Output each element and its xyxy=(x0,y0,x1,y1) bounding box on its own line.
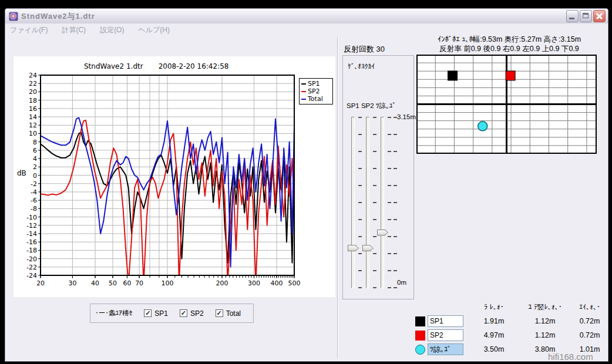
svg-text:50: 50 xyxy=(109,279,117,287)
chart-title: StndWave2 1.dtr 2008-2-20 16:42:58 xyxy=(84,62,228,70)
slider-thumb-mic-height[interactable] xyxy=(377,230,388,236)
svg-text:70: 70 xyxy=(135,279,143,287)
legend-label: Total xyxy=(308,95,323,103)
svg-text:-16: -16 xyxy=(26,238,37,246)
chart-panel: 2030405060701002003004005002422201816141… xyxy=(14,56,335,297)
checkbox-label: Total xyxy=(226,309,241,318)
table-value-r0-c0: 1.91m xyxy=(468,317,520,325)
svg-text:22: 22 xyxy=(29,80,37,87)
svg-text:10: 10 xyxy=(29,130,37,137)
checkbox-item-sp1[interactable]: ✓SP1 xyxy=(144,309,168,318)
height-slider-panel: ｹﾞ､ｵﾖｸｶｲ SP1 SP2 ﾂ諒｡ﾕﾟ 3.15m 0m xyxy=(342,55,414,299)
table-value-r1-c1: 1.12m xyxy=(520,331,570,339)
legend-item-sp1: SP1 xyxy=(301,80,331,87)
menu-item-0[interactable]: ファイル(F) xyxy=(10,25,48,35)
slider-thumb-sp2-height[interactable] xyxy=(362,245,374,251)
table-value-r2-c0: 3.50m xyxy=(468,345,520,353)
series-toggle-strip: ･ー･螽ﾕｱ椦ｾ ✓SP1✓SP2✓Total xyxy=(90,304,254,323)
slider-ticks-sp1-height xyxy=(358,117,362,288)
checkbox-total[interactable]: ✓ xyxy=(216,309,223,317)
source-name-field-1[interactable]: SP2 xyxy=(428,329,463,341)
svg-text:24: 24 xyxy=(29,72,37,79)
room-marker-sp1[interactable] xyxy=(448,71,458,80)
svg-text:8: 8 xyxy=(33,139,37,146)
slider-track-sp2-height[interactable] xyxy=(366,117,369,288)
legend-label: SP1 xyxy=(308,80,320,87)
slider-thumb-sp1-height[interactable] xyxy=(348,245,359,251)
room-marker-mic[interactable] xyxy=(478,122,487,131)
minimize-button[interactable] xyxy=(566,10,579,22)
menu-item-1[interactable]: 計算(C) xyxy=(62,25,86,35)
svg-text:20: 20 xyxy=(29,88,37,96)
position-table: ﾗ ﾚ､ｫ･ﾕ ﾃ竪ﾚ､ｫ､･ｴｲ､ｫ､･SP11.91m1.12m0.72mS… xyxy=(415,300,609,356)
checkbox-label: SP1 xyxy=(154,309,168,318)
menu-item-2[interactable]: 設定(O) xyxy=(100,25,124,35)
slider-ticks-mic-height xyxy=(388,117,391,288)
legend-item-sp2: SP2 xyxy=(301,87,331,95)
svg-text:-14: -14 xyxy=(26,230,37,238)
svg-text:-4: -4 xyxy=(31,188,37,196)
app-window: StndWave2与1.dtr ファイル(F)計算(C)設定(O)ヘルプ(H) … xyxy=(5,8,608,362)
maximize-button[interactable] xyxy=(580,10,592,22)
slider-track-sp1-height[interactable] xyxy=(351,117,355,288)
table-row-source-1: SP2 xyxy=(415,329,468,341)
room-marker-sp2[interactable] xyxy=(506,71,515,80)
checkbox-item-total[interactable]: ✓Total xyxy=(216,309,241,318)
table-value-r0-c1: 1.12m xyxy=(520,317,570,325)
table-row-source-0: SP1 xyxy=(415,315,468,327)
checkbox-item-sp2[interactable]: ✓SP2 xyxy=(180,309,204,318)
slider-max-label: 3.15m xyxy=(397,113,416,120)
slider-track-mic-height[interactable] xyxy=(381,117,384,288)
black-square-icon xyxy=(415,316,425,326)
reflection-count-label: 反射回数 30 xyxy=(344,44,385,55)
titlebar[interactable]: StndWave2与1.dtr xyxy=(5,9,608,23)
chart-axes: 2030405060701002003004005002422201816141… xyxy=(26,72,300,287)
svg-text:4: 4 xyxy=(33,155,37,163)
table-value-r0-c2: 0.72m xyxy=(570,317,609,325)
app-swirl-icon xyxy=(9,12,18,21)
maximize-icon xyxy=(583,13,589,18)
slider-ticks-sp2-height xyxy=(373,117,376,288)
minimize-icon xyxy=(569,18,574,19)
checkbox-sp2[interactable]: ✓ xyxy=(180,309,187,317)
frequency-response-chart: 2030405060701002003004005002422201816141… xyxy=(14,56,335,297)
y-axis-label: dB xyxy=(17,169,26,177)
svg-text:-24: -24 xyxy=(26,272,37,279)
vertical-divider xyxy=(337,37,338,359)
red-square-icon xyxy=(415,331,425,341)
checkbox-sp1[interactable]: ✓ xyxy=(144,309,152,317)
source-name-field-2[interactable]: ﾂ諒｡ﾕﾟ xyxy=(428,343,463,355)
svg-text:30: 30 xyxy=(68,279,76,287)
svg-text:-18: -18 xyxy=(26,247,37,254)
svg-text:20: 20 xyxy=(36,279,45,287)
svg-text:-22: -22 xyxy=(26,264,37,271)
table-header-0: ﾗ ﾚ､ｫ･ xyxy=(468,303,520,311)
svg-text:-2: -2 xyxy=(31,180,37,188)
slider-group-label: ｹﾞ､ｵﾖｸｶｲ xyxy=(348,63,375,70)
table-row-source-2: ﾂ諒｡ﾕﾟ xyxy=(415,343,468,355)
table-header-1: ﾕ ﾃ竪ﾚ､ｫ､･ xyxy=(520,302,570,312)
chart-legend: SP1SP2Total xyxy=(299,78,333,105)
svg-text:16: 16 xyxy=(29,105,37,113)
room-plan-diagram xyxy=(416,55,597,154)
svg-text:6: 6 xyxy=(33,147,37,154)
svg-text:0: 0 xyxy=(33,172,37,180)
svg-text:60: 60 xyxy=(123,279,131,287)
slider-min-label: 0m xyxy=(397,279,406,286)
svg-text:500: 500 xyxy=(288,279,301,287)
svg-text:2: 2 xyxy=(33,163,37,171)
close-button[interactable] xyxy=(593,10,606,22)
svg-text:40: 40 xyxy=(91,279,99,287)
window-title: StndWave2与1.dtr xyxy=(21,11,565,22)
svg-text:-20: -20 xyxy=(26,255,37,263)
menu-item-3[interactable]: ヘルプ(H) xyxy=(138,25,170,35)
watermark: hifi168.com xyxy=(548,352,593,362)
source-name-field-0[interactable]: SP1 xyxy=(428,315,463,327)
reflection-coeff-label: 反射率 前0.9 後0.9 右0.9 左0.9 上0.9 下0.9 xyxy=(416,44,602,54)
chart-title-filename: StndWave2 1.dtr xyxy=(84,62,143,70)
legend-label: SP2 xyxy=(308,87,320,95)
chart-title-datetime: 2008-2-20 16:42:58 xyxy=(159,62,229,70)
slider-columns-label: SP1 SP2 ﾂ諒｡ﾕﾟ xyxy=(347,102,396,110)
svg-text:100: 100 xyxy=(162,279,174,287)
table-value-r1-c0: 4.97m xyxy=(468,331,520,339)
